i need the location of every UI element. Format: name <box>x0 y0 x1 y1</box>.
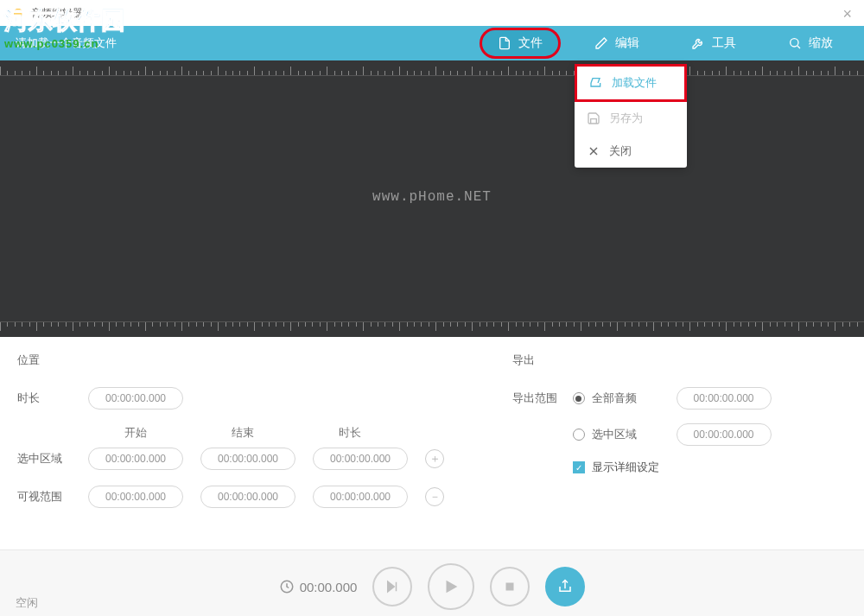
radio-icon <box>573 429 585 441</box>
zoom-in-icon[interactable]: ＋ <box>425 449 444 468</box>
window-title: 音频编辑器 <box>31 6 83 21</box>
radio-all-audio[interactable]: 全部音频 <box>573 391 677 406</box>
close-icon[interactable]: × <box>842 5 852 23</box>
x-icon <box>587 144 600 158</box>
sel-end[interactable]: 00:00:00.000 <box>200 448 295 470</box>
app-icon <box>10 5 26 21</box>
export-all-time[interactable]: 00:00:00.000 <box>677 387 772 410</box>
show-detail-checkbox[interactable]: ✓显示详细设定 <box>573 460 659 475</box>
radio-selected[interactable]: 选中区域 <box>573 427 677 442</box>
radio-icon <box>573 392 585 404</box>
export-range-label: 导出范围 <box>512 391 573 406</box>
vis-start[interactable]: 00:00:00.000 <box>88 486 183 508</box>
start-header: 开始 <box>88 425 183 441</box>
search-icon <box>788 36 802 50</box>
sel-start[interactable]: 00:00:00.000 <box>88 448 183 470</box>
save-as-item: 另存为 <box>575 102 687 135</box>
svg-marker-7 <box>447 581 458 594</box>
clock-icon <box>279 579 295 594</box>
open-icon <box>589 76 603 90</box>
stop-button[interactable] <box>490 567 530 606</box>
export-sel-time[interactable]: 00:00:00.000 <box>677 423 772 446</box>
player-bar: 空闲 00:00.000 <box>0 549 864 616</box>
svg-point-0 <box>791 39 798 47</box>
ruler-bottom <box>0 321 864 337</box>
selected-label: 选中区域 <box>17 451 71 467</box>
info-panel: 位置 时长 00:00:00.000 开始 结束 时长 选中区域 00:00:0… <box>0 337 864 549</box>
wrench-icon <box>691 36 705 50</box>
waveform-area[interactable]: www.pHome.NET <box>0 60 864 337</box>
svg-marker-5 <box>388 581 395 592</box>
titlebar: 音频编辑器 × <box>0 0 864 26</box>
vis-dur[interactable]: 00:00:00.000 <box>313 486 408 508</box>
export-label: 导出 <box>512 352 573 368</box>
position-label: 位置 <box>17 352 71 368</box>
duration-value[interactable]: 00:00:00.000 <box>88 387 183 410</box>
svg-rect-8 <box>506 583 514 591</box>
load-file-item[interactable]: 加载文件 <box>575 64 687 102</box>
zoom-menu-button[interactable]: 缩放 <box>772 30 848 56</box>
end-header: 结束 <box>195 425 290 441</box>
zoom-out-icon[interactable]: － <box>425 487 444 506</box>
check-icon: ✓ <box>573 461 585 473</box>
dur-header: 时长 <box>302 425 397 441</box>
duration-label: 时长 <box>17 391 71 406</box>
ruler-top <box>0 60 864 76</box>
export-button[interactable] <box>545 567 585 606</box>
sel-dur[interactable]: 00:00:00.000 <box>313 448 408 470</box>
toolbar: 请加载一个音频文件 文件 编辑 工具 缩放 <box>0 26 864 60</box>
player-time: 00:00.000 <box>279 579 358 594</box>
tool-menu-button[interactable]: 工具 <box>676 30 752 56</box>
toolbar-hint: 请加载一个音频文件 <box>16 35 117 51</box>
save-icon <box>587 111 600 125</box>
svg-line-1 <box>797 46 800 48</box>
waveform-watermark: www.pHome.NET <box>372 189 492 205</box>
player-status: 空闲 <box>16 595 38 611</box>
close-file-item[interactable]: 关闭 <box>575 135 687 168</box>
skip-button[interactable] <box>372 567 412 606</box>
file-menu-button[interactable]: 文件 <box>482 30 558 56</box>
visible-label: 可视范围 <box>17 489 71 505</box>
play-button[interactable] <box>428 563 474 610</box>
edit-menu-button[interactable]: 编辑 <box>579 30 655 56</box>
file-icon <box>498 36 511 50</box>
pencil-icon <box>594 36 608 50</box>
file-dropdown: 加载文件 另存为 关闭 <box>575 64 687 168</box>
vis-end[interactable]: 00:00:00.000 <box>200 486 295 508</box>
